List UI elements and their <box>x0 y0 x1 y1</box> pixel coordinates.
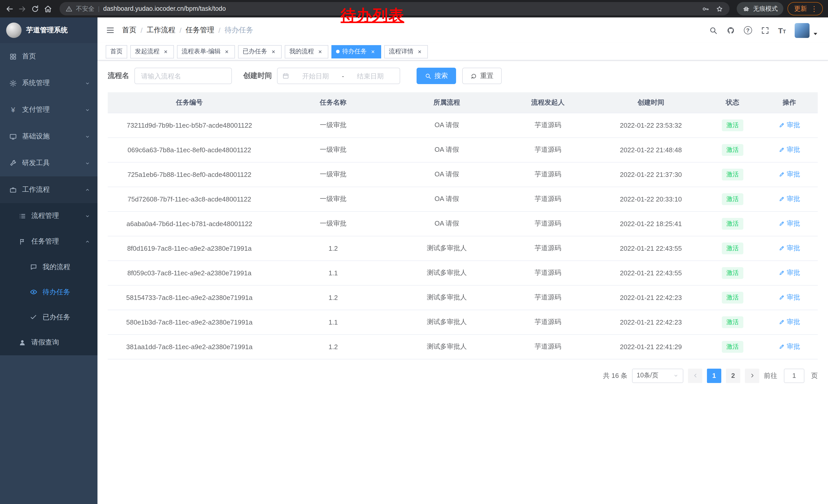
cell-task-name: 一级审批 <box>271 187 395 211</box>
process-name-label: 流程名 <box>108 71 129 81</box>
sidebar-item-my-process[interactable]: 我的流程 <box>0 254 97 279</box>
tab-done-task[interactable]: 已办任务 × <box>238 45 282 58</box>
search-button[interactable]: 搜索 <box>417 68 456 84</box>
breadcrumb-current: 待办任务 <box>224 26 253 35</box>
fullscreen-icon[interactable] <box>760 26 769 35</box>
approve-link[interactable]: 审批 <box>779 145 800 154</box>
sidebar-item-home[interactable]: 首页 <box>0 43 97 70</box>
sidebar-item-label: 研发工具 <box>22 158 50 168</box>
date-range-picker[interactable]: - <box>277 68 400 84</box>
page-button-1[interactable]: 1 <box>707 368 721 383</box>
help-icon[interactable]: ? <box>744 26 752 34</box>
sidebar-item-process-mgmt[interactable]: 流程管理 <box>0 203 97 229</box>
search-icon[interactable] <box>709 26 717 35</box>
tab-process-detail[interactable]: 流程详情 × <box>384 45 428 58</box>
browser-menu-icon[interactable]: ⋮ <box>811 5 818 12</box>
goto-page-input[interactable] <box>784 368 804 383</box>
tab-my-process[interactable]: 我的流程 × <box>285 45 328 58</box>
table-row: 73211d9d-7b9b-11ec-b5b7-acde48001122 一级审… <box>108 113 818 137</box>
sidebar-item-workflow[interactable]: 工作流程 <box>0 176 97 203</box>
start-date-input[interactable] <box>291 72 340 80</box>
sidebar-item-infra[interactable]: 基础设施 <box>0 123 97 150</box>
breadcrumb-item[interactable]: 首页 <box>122 26 136 35</box>
tab-process-form-edit[interactable]: 流程表单-编辑 × <box>177 45 235 58</box>
close-icon[interactable]: × <box>223 48 230 55</box>
app-title: 芋道管理系统 <box>26 26 68 35</box>
gear-icon <box>9 79 17 87</box>
close-icon[interactable]: × <box>416 48 423 55</box>
table-header-row: 任务编号 任务名称 所属流程 流程发起人 创建时间 状态 操作 <box>108 92 818 113</box>
status-badge: 激活 <box>722 144 743 155</box>
approve-link[interactable]: 审批 <box>779 317 800 327</box>
breadcrumb-item[interactable]: 任务管理 <box>186 26 214 35</box>
github-icon[interactable] <box>726 26 735 35</box>
sidebar-item-done-task[interactable]: 已办任务 <box>0 305 97 330</box>
close-icon[interactable]: × <box>317 48 324 55</box>
sidebar-item-payment[interactable]: ¥ 支付管理 <box>0 96 97 123</box>
end-date-input[interactable] <box>345 72 395 80</box>
approve-link[interactable]: 审批 <box>779 293 800 302</box>
sidebar-item-task-mgmt[interactable]: 任务管理 <box>0 229 97 254</box>
reset-button-label: 重置 <box>480 71 494 81</box>
cell-task-name: 一级审批 <box>271 113 395 137</box>
approve-link[interactable]: 审批 <box>779 342 800 351</box>
screen: 不安全 | dashboard.yudao.iocoder.cn/bpm/tas… <box>0 0 828 504</box>
security-label: 不安全 <box>76 4 94 13</box>
tab-label: 首页 <box>110 47 123 56</box>
user-avatar[interactable] <box>795 23 810 38</box>
col-status: 状态 <box>704 92 761 113</box>
approve-link[interactable]: 审批 <box>779 170 800 179</box>
approve-link[interactable]: 审批 <box>779 243 800 253</box>
chevron-left-icon <box>692 372 699 379</box>
sidebar-collapse-icon[interactable] <box>106 26 115 35</box>
tab-home[interactable]: 首页 <box>106 45 127 58</box>
browser-home-icon[interactable] <box>44 4 52 13</box>
close-icon[interactable]: × <box>369 48 377 55</box>
sidebar-item-todo-task[interactable]: 待办任务 <box>0 279 97 305</box>
cell-initiator: 芋道源码 <box>498 310 598 334</box>
breadcrumb-item[interactable]: 工作流程 <box>147 26 175 35</box>
user-menu[interactable] <box>795 23 820 38</box>
tab-label: 流程表单-编辑 <box>181 47 220 56</box>
sidebar-item-leave-query[interactable]: 请假查询 <box>0 330 97 355</box>
close-icon[interactable]: × <box>270 48 277 55</box>
browser-update-button[interactable]: 更新 ⋮ <box>787 2 823 15</box>
chevron-down-icon <box>673 373 679 378</box>
approve-link[interactable]: 审批 <box>779 194 800 203</box>
check-icon <box>30 313 37 321</box>
bookmark-star-icon[interactable] <box>716 5 723 12</box>
pencil-icon <box>779 196 785 202</box>
approve-link[interactable]: 审批 <box>779 268 800 277</box>
chevron-down-icon <box>85 134 90 139</box>
page-size-select[interactable]: 10条/页 <box>632 368 683 383</box>
dashboard-icon <box>9 53 17 60</box>
status-badge: 激活 <box>722 341 743 353</box>
approve-link[interactable]: 审批 <box>779 219 800 228</box>
browser-forward-icon[interactable] <box>18 4 27 13</box>
close-icon[interactable]: × <box>162 48 169 55</box>
cell-task-id: 75d72608-7b7f-11ec-a3c8-acde48001122 <box>108 187 271 211</box>
table-row: 58154733-7ac8-11ec-a9e2-a2380e71991a 1.2… <box>108 285 818 310</box>
cell-task-id: 069c6a63-7b8a-11ec-8ef0-acde48001122 <box>108 137 271 162</box>
process-name-input[interactable] <box>134 68 232 84</box>
cell-task-id: 580e1b3d-7ac8-11ec-a9e2-a2380e71991a <box>108 310 271 334</box>
reset-button[interactable]: 重置 <box>462 68 502 84</box>
cell-task-id: a6aba0a4-7b6d-11ec-b781-acde48001122 <box>108 211 271 236</box>
password-key-icon[interactable] <box>702 5 709 12</box>
page-button-2[interactable]: 2 <box>726 368 740 383</box>
next-page-button[interactable] <box>745 368 759 383</box>
approve-link[interactable]: 审批 <box>779 121 800 130</box>
sidebar-item-devtools[interactable]: 研发工具 <box>0 150 97 176</box>
sidebar-item-system[interactable]: 系统管理 <box>0 70 97 96</box>
cell-process: OA 请假 <box>395 137 498 162</box>
prev-page-button[interactable] <box>688 368 702 383</box>
cell-initiator: 芋道源码 <box>498 137 598 162</box>
cell-status: 激活 <box>704 310 761 334</box>
tab-start-process[interactable]: 发起流程 × <box>130 45 174 58</box>
user-icon <box>18 339 26 346</box>
font-size-icon[interactable]: T T <box>778 27 786 34</box>
browser-reload-icon[interactable] <box>31 4 40 13</box>
browser-back-icon[interactable] <box>5 4 14 13</box>
cell-task-name: 一级审批 <box>271 162 395 187</box>
tab-todo-task[interactable]: 待办任务 × <box>331 45 381 58</box>
